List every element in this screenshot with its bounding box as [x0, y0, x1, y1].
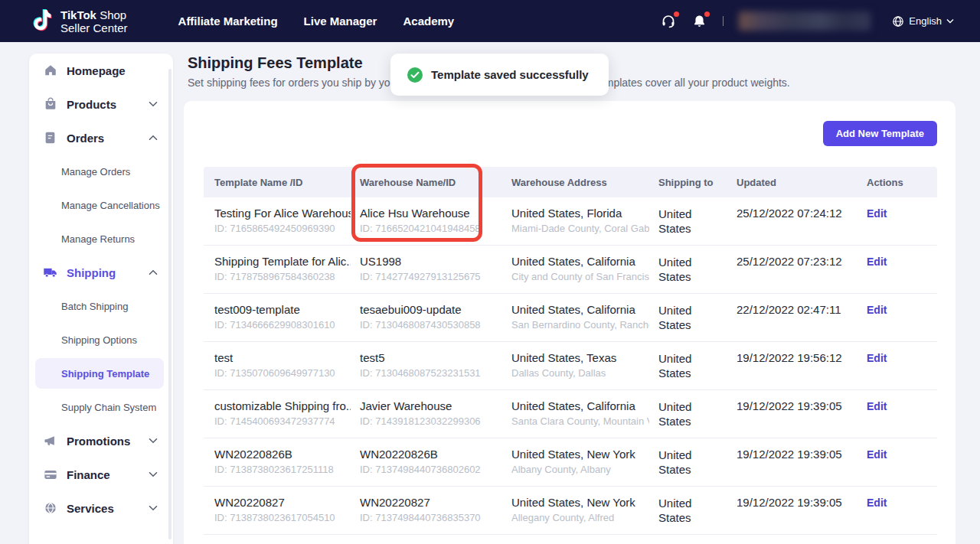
updated-timestamp: 19/12/2022 19:39:05: [737, 448, 858, 461]
warehouse-address-detail: Miami-Dade County, Coral Gabl...: [511, 223, 649, 234]
template-id: ID: 7138738023617251118: [214, 464, 351, 475]
add-new-template-button[interactable]: Add New Template: [823, 121, 937, 146]
nav-link-live-manager[interactable]: Live Manager: [304, 15, 377, 28]
warehouse-name: WN20220827: [360, 496, 502, 509]
table-header-row: Template Name /ID Warehouse Name/ID Ware…: [204, 167, 937, 197]
sidebar-item-shipping-template[interactable]: Shipping Template: [29, 357, 173, 390]
content-card: Add New Template Template Name /ID Wareh…: [184, 101, 956, 544]
sidebar-item-homepage[interactable]: Homepage: [29, 54, 173, 87]
warehouse-name: test5: [360, 351, 502, 364]
sidebar-item-finance[interactable]: Finance: [29, 458, 173, 491]
warehouse-address: United States, California: [511, 399, 649, 412]
sidebar-item-manage-returns[interactable]: Manage Returns: [29, 222, 173, 256]
warehouse-address: United States, New York: [511, 496, 649, 509]
sidebar-item-orders[interactable]: Orders: [29, 121, 173, 155]
shipping-to: United States: [658, 255, 727, 284]
support-headset-icon[interactable]: [660, 13, 677, 30]
template-name: Shipping Template for Alic...: [214, 255, 351, 268]
chevron-down-icon: [149, 101, 158, 107]
template-name: customizable Shipping fro...: [214, 399, 351, 412]
success-toast: Template saved successfully: [390, 54, 609, 96]
warehouse-address: United States, Florida: [511, 207, 649, 220]
sidebar-item-manage-orders[interactable]: Manage Orders: [29, 155, 173, 188]
warehouse-id: ID: 7130468087523231531: [360, 367, 502, 379]
bell-icon[interactable]: [691, 13, 707, 30]
chevron-up-icon: [149, 269, 158, 275]
shipping-to: United States: [658, 448, 727, 477]
table-row: test009-templateID: 7134666629908301610 …: [204, 294, 937, 342]
language-selector[interactable]: English: [892, 15, 954, 28]
sidebar-item-shipping[interactable]: Shipping: [29, 256, 173, 289]
template-name: test009-template: [214, 303, 351, 316]
shipping-to: United States: [658, 207, 727, 236]
orders-icon: [43, 131, 57, 145]
edit-link[interactable]: Edit: [867, 304, 887, 316]
success-check-icon: [407, 67, 423, 83]
sidebar-item-label: Services: [67, 502, 114, 515]
megaphone-icon: [43, 434, 57, 448]
sidebar-item-manage-cancellations[interactable]: Manage Cancellations: [29, 188, 173, 222]
globe-icon: [892, 15, 904, 28]
toast-message: Template saved successfully: [431, 68, 589, 81]
warehouse-address-detail: Dallas County, Dallas: [511, 367, 649, 379]
warehouse-id: ID: 7166520421041948458: [360, 223, 502, 234]
card-icon: [43, 467, 57, 482]
divider: [723, 16, 724, 26]
template-id: ID: 7138738023617054510: [214, 512, 351, 523]
sidebar-item-supply-chain-system[interactable]: Supply Chain System: [29, 390, 173, 424]
updated-timestamp: 22/12/2022 02:47:11: [737, 303, 858, 316]
table-row: Shipping Template for Alic...ID: 7178758…: [204, 246, 937, 294]
template-id: ID: 7135070609649977130: [214, 367, 351, 379]
sidebar-item-promotions[interactable]: Promotions: [29, 424, 173, 458]
notification-dot: [704, 11, 710, 17]
edit-link[interactable]: Edit: [867, 352, 887, 364]
edit-link[interactable]: Edit: [867, 497, 887, 509]
edit-link[interactable]: Edit: [867, 207, 887, 220]
sidebar-item-label: Homepage: [67, 64, 126, 77]
updated-timestamp: 19/12/2022 19:39:05: [737, 399, 858, 412]
sidebar-item-batch-shipping[interactable]: Batch Shipping: [29, 289, 173, 323]
table-row: Testing For Alice WarehouseID: 716586549…: [204, 197, 937, 246]
updated-timestamp: 25/12/2022 07:24:12: [737, 207, 858, 220]
column-header-warehouse-name: Warehouse Name/ID: [360, 177, 511, 188]
template-name: Testing For Alice Warehouse: [214, 207, 351, 220]
products-icon: [43, 97, 57, 112]
sidebar-item-products[interactable]: Products: [29, 87, 173, 121]
globe-icon: [43, 501, 57, 516]
template-id: ID: 7145400693472937774: [214, 415, 351, 427]
edit-link[interactable]: Edit: [867, 400, 887, 412]
shipping-to: United States: [658, 351, 727, 380]
user-name-blurred[interactable]: [739, 11, 871, 31]
shipping-to: United States: [658, 399, 727, 428]
sidebar-item-shipping-options[interactable]: Shipping Options: [29, 323, 173, 357]
sidebar-item-services[interactable]: Services: [29, 491, 173, 525]
chevron-down-icon: [149, 471, 158, 477]
table-row: WN20220827ID: 7138738023617054510 WN2022…: [204, 487, 937, 535]
updated-timestamp: 19/12/2022 19:56:12: [737, 351, 858, 364]
tiktok-note-icon: [31, 8, 54, 34]
notification-dot: [674, 11, 679, 17]
warehouse-address-detail: Allegany County, Alfred: [511, 512, 649, 523]
top-navbar: TikTok Shop Seller Center Affiliate Mark…: [0, 0, 980, 42]
shipping-to: United States: [658, 496, 727, 525]
warehouse-name: Alice Hsu Warehouse: [360, 207, 502, 220]
warehouse-address: United States, California: [511, 303, 649, 316]
templates-table: Template Name /ID Warehouse Name/ID Ware…: [204, 167, 937, 535]
navbar-links: Affiliate Marketing Live Manager Academy: [178, 15, 455, 28]
sidebar-scrollbar[interactable]: [168, 69, 172, 539]
warehouse-address-detail: City and County of San Francisc...: [511, 271, 649, 282]
warehouse-id: ID: 7137498440736802602: [360, 464, 502, 475]
nav-link-affiliate-marketing[interactable]: Affiliate Marketing: [178, 15, 278, 28]
edit-link[interactable]: Edit: [867, 448, 887, 461]
nav-link-academy[interactable]: Academy: [403, 15, 454, 28]
column-header-warehouse-address: Warehouse Address: [511, 177, 658, 188]
warehouse-id: ID: 7130468087430530858: [360, 319, 502, 331]
table-row: testID: 7135070609649977130 test5ID: 713…: [204, 342, 937, 390]
warehouse-id: ID: 7143918123032299306: [360, 415, 502, 427]
edit-link[interactable]: Edit: [867, 256, 887, 268]
column-header-template-name: Template Name /ID: [214, 177, 360, 188]
home-icon: [43, 64, 57, 78]
warehouse-address-detail: San Bernardino County, Rancho...: [511, 319, 649, 331]
tiktok-shop-logo[interactable]: TikTok Shop Seller Center: [31, 8, 128, 34]
updated-timestamp: 25/12/2022 07:23:12: [737, 255, 858, 268]
